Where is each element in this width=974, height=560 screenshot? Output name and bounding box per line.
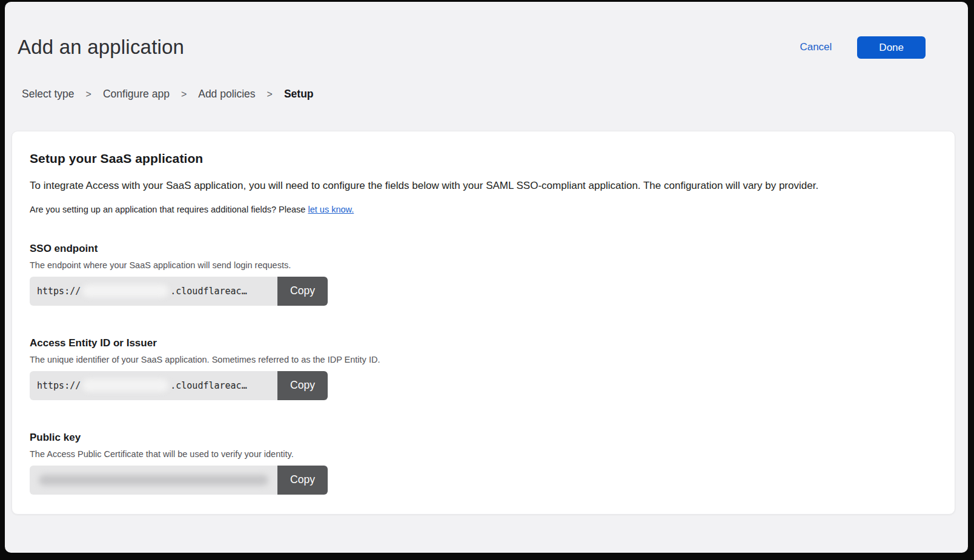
redacted-value-blur: [82, 285, 168, 297]
cancel-button[interactable]: Cancel: [800, 41, 832, 53]
value-prefix: https://: [37, 380, 81, 391]
card-title: Setup your SaaS application: [30, 151, 936, 166]
sso-endpoint-section: SSO endpoint The endpoint where your Saa…: [30, 243, 936, 306]
sso-endpoint-description: The endpoint where your SaaS application…: [30, 260, 936, 270]
value-prefix: https://: [37, 286, 81, 297]
page-title: Add an application: [18, 36, 184, 59]
step-select-type[interactable]: Select type: [22, 88, 75, 100]
public-key-copy-button[interactable]: Copy: [277, 466, 328, 495]
card-note: Are you setting up an application that r…: [30, 205, 936, 214]
value-suffix: .cloudflareac…: [170, 380, 247, 391]
let-us-know-link[interactable]: let us know.: [308, 205, 354, 214]
step-setup-active: Setup: [284, 88, 314, 100]
card-note-text: Are you setting up an application that r…: [30, 205, 308, 214]
wizard-steps: Select type > Configure app > Add polici…: [5, 59, 968, 100]
sso-endpoint-value: https://.cloudflareac…: [30, 277, 277, 306]
public-key-copy-row: Copy: [30, 466, 328, 495]
sso-endpoint-label: SSO endpoint: [30, 243, 936, 255]
app-window: Add an application Cancel Done Select ty…: [5, 2, 968, 553]
step-separator-icon: >: [181, 89, 187, 100]
public-key-label: Public key: [30, 432, 936, 444]
entity-id-label: Access Entity ID or Issuer: [30, 337, 936, 349]
public-key-section: Public key The Access Public Certificate…: [30, 432, 936, 495]
redacted-value-blur: [39, 475, 268, 486]
public-key-value: [30, 466, 277, 495]
sso-endpoint-copy-row: https://.cloudflareac… Copy: [30, 277, 328, 306]
entity-id-copy-button[interactable]: Copy: [277, 371, 328, 400]
redacted-value-blur: [82, 379, 168, 392]
public-key-description: The Access Public Certificate that will …: [30, 449, 936, 459]
entity-id-section: Access Entity ID or Issuer The unique id…: [30, 337, 936, 400]
step-separator-icon: >: [267, 89, 273, 100]
entity-id-value: https://.cloudflareac…: [30, 371, 277, 400]
entity-id-copy-row: https://.cloudflareac… Copy: [30, 371, 328, 400]
card-intro-text: To integrate Access with your SaaS appli…: [30, 179, 936, 193]
value-suffix: .cloudflareac…: [170, 286, 247, 297]
step-add-policies[interactable]: Add policies: [198, 88, 255, 100]
step-separator-icon: >: [86, 89, 91, 100]
header-actions: Cancel Done: [800, 36, 926, 59]
setup-card: Setup your SaaS application To integrate…: [12, 131, 955, 515]
done-button[interactable]: Done: [857, 36, 926, 59]
sso-endpoint-copy-button[interactable]: Copy: [277, 277, 328, 306]
entity-id-description: The unique identifier of your SaaS appli…: [30, 355, 936, 364]
step-configure-app[interactable]: Configure app: [103, 88, 170, 100]
page-header: Add an application Cancel Done: [5, 2, 968, 59]
